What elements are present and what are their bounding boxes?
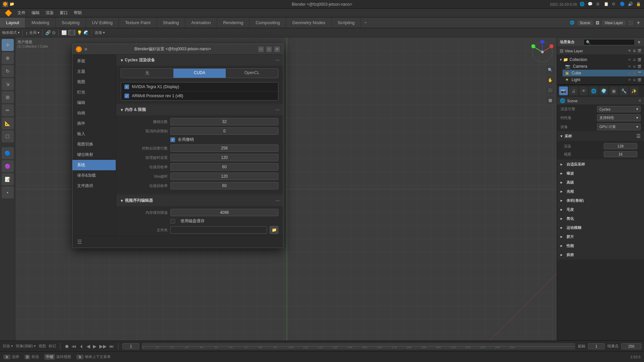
vp-options[interactable]: 选项 ▾ — [95, 30, 105, 35]
timeline-marks[interactable]: 标记 — [49, 344, 56, 349]
filter-icon[interactable]: ▼ — [636, 20, 641, 25]
folder-browse-btn[interactable]: 📁 — [270, 226, 278, 234]
monitor2-icon[interactable]: 🖥 — [633, 65, 636, 68]
tab-sculpting[interactable]: Sculpting — [56, 17, 86, 28]
frame-start-input[interactable]: 1 — [588, 343, 605, 349]
gc-rate-input[interactable]: 60 — [170, 163, 278, 171]
device-checkbox-arm[interactable]: ✓ — [124, 94, 129, 98]
vp-grid-icon[interactable]: ▦ — [546, 96, 554, 104]
tool-measure[interactable]: 📐 — [2, 117, 14, 129]
nav-input[interactable]: 输入 — [72, 129, 116, 139]
nav-save-load[interactable]: 保存&加载 — [72, 170, 116, 181]
mem-cache-input[interactable]: 4096 — [170, 209, 278, 216]
tool-cursor[interactable]: ✛ — [2, 39, 14, 51]
vp-icon-shading2[interactable]: ⬛ — [68, 30, 75, 36]
props-icon-view[interactable]: 👁 — [579, 86, 588, 95]
cycles-section-header[interactable]: ▾ Cycles 渲染设备 ··· — [116, 55, 283, 66]
vp-icon-shading1[interactable]: ⬜ — [61, 30, 67, 35]
outliner-filter[interactable]: ▼ — [637, 40, 641, 45]
tool-grease[interactable]: 📝 — [2, 173, 14, 185]
tab-add[interactable]: + — [361, 17, 370, 28]
render-engine-dropdown[interactable]: Cycles ▾ — [597, 106, 641, 112]
nav-theme[interactable]: 主题 — [72, 66, 116, 77]
feature-set-dropdown[interactable]: 支持特性 ▾ — [597, 114, 641, 121]
nav-addons[interactable]: 插件 — [72, 118, 116, 129]
prefs-close-btn[interactable]: ✕ — [274, 47, 280, 52]
tool-sculpt[interactable]: 🔵 — [2, 147, 14, 159]
tab-compositing[interactable]: Compositing — [250, 17, 286, 28]
render3-icon[interactable]: 🎬 — [637, 71, 641, 75]
anim-next-frame[interactable]: ▶▶ — [99, 344, 107, 349]
disk-cache-checkbox[interactable] — [170, 219, 175, 224]
console-lines-input[interactable]: 256 — [170, 144, 278, 152]
tab-layout[interactable]: Layout — [0, 17, 25, 28]
props-icon-output[interactable]: 🖨 — [569, 86, 578, 95]
tab-modeling[interactable]: Modeling — [25, 17, 56, 28]
view-layer-name[interactable]: View Layer — [602, 20, 626, 25]
timeline-mode[interactable]: 回放 ▾ — [3, 344, 13, 349]
props-icon-scene[interactable]: 🌐 — [589, 86, 598, 95]
film-header[interactable]: ▸ 胶片 — [557, 232, 644, 241]
mode-select[interactable]: 物体模式 ▾ — [2, 30, 20, 35]
bake-header[interactable]: ▸ 烘焙 — [557, 250, 644, 259]
vp-icon-shading4[interactable]: 🌊 — [84, 30, 89, 35]
anim-record[interactable]: ⏺ — [64, 344, 69, 349]
nav-system[interactable]: 系统 — [72, 160, 116, 170]
performance-header[interactable]: ▸ 性能 — [557, 241, 644, 250]
mem-dots[interactable]: ··· — [275, 107, 280, 113]
eye2-icon[interactable]: 👁 — [628, 65, 631, 68]
tool-rotate[interactable]: ↻ — [2, 65, 14, 77]
prefs-maximize-btn[interactable]: □ — [266, 47, 272, 52]
props-icon-particles[interactable]: ✨ — [630, 86, 638, 95]
outliner-item-light[interactable]: ☀ Light 👁 🖥 🎬 — [562, 76, 644, 83]
menu-render[interactable]: 渲染 — [43, 9, 56, 16]
tool-scale[interactable]: ⇲ — [2, 78, 14, 90]
vp-snap[interactable]: 🔗 — [45, 30, 51, 35]
timeline-markers[interactable]: 抠像(插帧) ▾ — [16, 344, 36, 349]
nav-animation[interactable]: 动画 — [72, 108, 116, 118]
outliner-render-icon[interactable]: 🎬 — [637, 49, 641, 53]
tab-texture-paint[interactable]: Texture Paint — [119, 17, 157, 28]
monitor-icon[interactable]: 🖥 — [633, 58, 636, 62]
render-icon[interactable]: 🎬 — [637, 58, 641, 62]
timeline-track[interactable]: 1 10 20 30 40 50 60 70 80 90 100 110 120… — [142, 343, 575, 350]
simplify-header[interactable]: ▸ 简化 — [557, 214, 644, 223]
vp-icon-shading3[interactable]: 💡 — [77, 30, 82, 35]
props-icon-world[interactable]: 🌍 — [599, 86, 608, 95]
outliner-monitor-icon[interactable]: 🖥 — [633, 49, 636, 53]
tab-animation[interactable]: Animation — [185, 17, 217, 28]
anim-prev[interactable]: ⏴ — [79, 344, 84, 349]
tool-more[interactable]: ▪ — [2, 186, 14, 198]
nav-navigation[interactable]: 视图切换 — [72, 139, 116, 149]
sampling-header[interactable]: ▾ 采样 ☰ — [557, 131, 644, 141]
lightpath-header[interactable]: ▸ 光程 — [557, 187, 644, 196]
prefs-hamburger[interactable]: ☰ — [77, 239, 82, 245]
viewport-samples-value[interactable]: 16 — [604, 151, 637, 157]
nav-editing[interactable]: 编辑 — [72, 98, 116, 108]
outliner-eye-icon[interactable]: 👁 — [628, 49, 631, 53]
eye4-icon[interactable]: 👁 — [628, 78, 631, 82]
menu-help[interactable]: 帮助 — [71, 9, 85, 16]
monitor3-icon[interactable]: 🖥 — [633, 71, 636, 75]
volume-header[interactable]: ▸ 体积(卷标) — [557, 196, 644, 205]
menu-blender[interactable]: 🔶 — [3, 9, 14, 17]
tool-move[interactable]: ⊕ — [2, 52, 14, 64]
cycles-dots[interactable]: ··· — [275, 57, 280, 63]
nav-filepaths[interactable]: 文件路径 — [72, 181, 116, 191]
timeline-view[interactable]: 视图 — [39, 344, 46, 349]
current-frame[interactable]: 1 — [122, 343, 139, 349]
tab-rendering[interactable]: Rendering — [217, 17, 250, 28]
vp-pan-icon[interactable]: ✋ — [546, 76, 554, 84]
tool-add[interactable]: ☐ — [2, 130, 14, 142]
vp-zoom-icon[interactable]: 🔍 — [546, 66, 554, 74]
outliner-item-camera[interactable]: 📷 Camera 👁 🖥 🎬 — [562, 63, 644, 70]
hair-header[interactable]: ▸ 毛发 — [557, 205, 644, 214]
device-tab-none[interactable]: 无 — [121, 69, 173, 78]
outliner-search[interactable] — [584, 39, 635, 45]
render2-icon[interactable]: 🎬 — [637, 65, 641, 68]
advanced-header[interactable]: ▸ 高级 — [557, 178, 644, 187]
nav-viewport[interactable]: 视图 — [72, 77, 116, 87]
undo-mem-input[interactable]: 0 — [170, 127, 278, 135]
eye3-icon[interactable]: 👁 — [628, 71, 631, 75]
props-icon-modifier[interactable]: 🔧 — [620, 86, 628, 95]
